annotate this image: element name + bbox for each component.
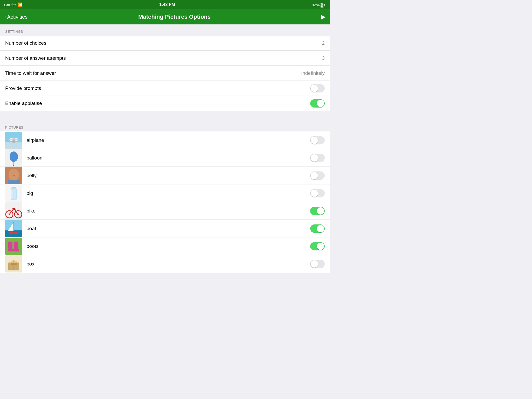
pictures-section-header: PICTURES — [0, 120, 330, 131]
enable-applause-label: Enable applause — [5, 101, 42, 106]
list-item: airplane — [0, 131, 330, 149]
list-item: balloon — [0, 149, 330, 167]
num-choices-label: Number of choices — [5, 40, 46, 46]
provide-prompts-label: Provide prompts — [5, 85, 41, 91]
balloon-label: balloon — [26, 155, 306, 161]
balloon-thumbnail — [5, 149, 22, 167]
num-attempts-row[interactable]: Number of answer attempts 3 — [0, 51, 330, 66]
list-item: belly — [0, 167, 330, 184]
box-thumbnail — [5, 255, 22, 272]
box-knob — [311, 260, 318, 268]
belly-thumbnail — [5, 167, 22, 184]
svg-rect-4 — [12, 139, 15, 143]
num-choices-row[interactable]: Number of choices 2 — [0, 36, 330, 51]
enable-applause-toggle[interactable] — [310, 99, 325, 108]
svg-rect-37 — [14, 249, 19, 251]
time-wait-value: Indefinitely — [301, 70, 325, 76]
airplane-thumbnail — [5, 132, 22, 149]
status-time: 1:43 PM — [159, 2, 175, 7]
boat-label: boat — [26, 226, 306, 231]
balloon-toggle[interactable] — [310, 154, 325, 162]
boots-label: boots — [26, 243, 306, 249]
svg-rect-14 — [12, 187, 16, 188]
provide-prompts-toggle[interactable] — [310, 84, 325, 92]
box-label: box — [26, 261, 306, 267]
num-attempts-value: 3 — [322, 55, 325, 61]
airplane-knob — [311, 137, 318, 144]
provide-prompts-knob — [311, 85, 318, 92]
balloon-knob — [311, 154, 318, 162]
nav-bar: ‹ Activities Matching Pictures Options ▶ — [0, 9, 330, 24]
svg-rect-1 — [5, 142, 22, 149]
settings-section-header: SETTINGS — [0, 24, 330, 36]
svg-rect-16 — [11, 190, 12, 198]
time-wait-label: Time to wait for answer — [5, 70, 56, 76]
bike-toggle[interactable] — [310, 207, 325, 215]
svg-rect-36 — [14, 242, 18, 249]
list-item: big — [0, 184, 330, 202]
svg-rect-12 — [8, 180, 20, 184]
big-thumbnail — [5, 185, 22, 202]
boots-knob — [317, 243, 324, 250]
svg-rect-34 — [8, 242, 12, 249]
settings-group: Number of choices 2 Number of answer att… — [0, 36, 330, 111]
svg-rect-35 — [8, 249, 14, 251]
boat-toggle[interactable] — [310, 224, 325, 233]
svg-point-6 — [10, 151, 18, 162]
status-left: Carrier 📶 — [4, 2, 23, 7]
airplane-toggle[interactable] — [310, 136, 325, 144]
bike-thumbnail — [5, 202, 22, 220]
belly-knob — [311, 172, 318, 179]
boat-thumbnail — [5, 220, 22, 237]
pictures-group: airplane balloon — [0, 131, 330, 273]
boots-toggle[interactable] — [310, 242, 325, 250]
enable-applause-row: Enable applause — [0, 96, 330, 111]
bike-label: bike — [26, 208, 306, 214]
svg-rect-33 — [5, 238, 22, 255]
svg-point-11 — [13, 175, 15, 176]
carrier-label: Carrier — [4, 3, 16, 7]
big-label: big — [26, 190, 306, 196]
boat-knob — [317, 225, 324, 232]
back-button[interactable]: ‹ Activities — [4, 14, 28, 20]
provide-prompts-row: Provide prompts — [0, 81, 330, 96]
num-choices-value: 2 — [322, 40, 325, 46]
boots-thumbnail — [5, 238, 22, 255]
bike-knob — [317, 207, 324, 215]
battery-icon: ▓+ — [321, 3, 326, 7]
airplane-label: airplane — [26, 137, 306, 143]
big-knob — [311, 190, 318, 197]
box-toggle[interactable] — [310, 260, 325, 268]
content: SETTINGS Number of choices 2 Number of a… — [0, 24, 330, 273]
wifi-icon: 📶 — [18, 2, 23, 7]
play-button[interactable]: ▶ — [321, 14, 326, 20]
back-label: Activities — [7, 14, 28, 20]
list-item: boots — [0, 237, 330, 255]
battery-percent: 92% — [312, 3, 320, 7]
section-gap — [0, 111, 330, 120]
time-wait-row[interactable]: Time to wait for answer Indefinitely — [0, 66, 330, 81]
belly-toggle[interactable] — [310, 171, 325, 180]
svg-point-32 — [9, 232, 18, 234]
list-item: bike — [0, 202, 330, 220]
status-right: 92% ▓+ — [312, 3, 326, 7]
list-item: boat — [0, 220, 330, 237]
big-toggle[interactable] — [310, 189, 325, 197]
list-item: box — [0, 255, 330, 273]
page-title: Matching Pictures Options — [28, 14, 321, 20]
belly-label: belly — [26, 173, 306, 178]
enable-applause-knob — [317, 100, 324, 107]
back-chevron-icon: ‹ — [4, 14, 6, 20]
num-attempts-label: Number of answer attempts — [5, 55, 66, 61]
status-bar: Carrier 📶 1:43 PM 92% ▓+ — [0, 0, 330, 9]
